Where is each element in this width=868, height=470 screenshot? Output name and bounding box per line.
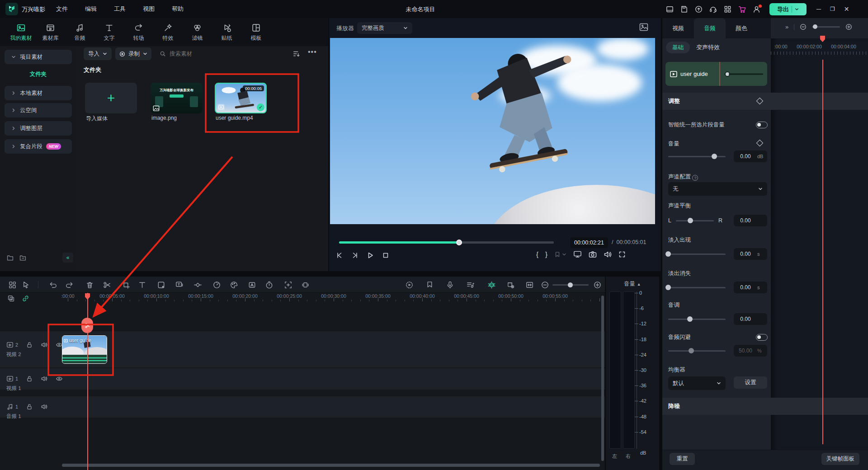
mark-in-button[interactable]: { [536,250,538,258]
minimize-button[interactable]: ─ [816,5,821,13]
media-tab-sticker[interactable]: 贴纸 [212,22,241,42]
import-button[interactable]: 导入 [84,47,112,60]
track-lock-icon[interactable] [26,341,33,348]
ducking-toggle[interactable] [756,334,768,341]
timeline-zoom-slider[interactable] [552,284,589,286]
pitch-value[interactable]: 0.00 [734,313,767,325]
save-icon[interactable] [680,5,689,14]
menu-item[interactable]: 工具 [111,3,128,15]
subtab-voice-effects[interactable]: 变声特效 [696,43,720,52]
channel-config-dropdown[interactable]: 无 [668,182,767,196]
timeline-clip[interactable]: user guide [62,335,107,364]
filter-icon[interactable] [292,50,301,58]
properties-tab[interactable]: 颜色 [726,18,757,38]
record-button[interactable]: 录制 [115,47,151,60]
subtab-basic[interactable]: 基础 [666,42,690,53]
split-scissors-icon[interactable] [103,281,111,289]
workspace-layout-icon[interactable] [665,5,674,14]
export-button[interactable]: 导出 [769,3,807,15]
smart-volume-toggle[interactable] [756,122,768,128]
sidebar-item[interactable]: 项目素材 [5,50,72,64]
media-tab-text[interactable]: 文字 [94,22,124,42]
timeline-hscrollbar[interactable] [62,464,600,467]
menu-item[interactable]: 文件 [53,3,71,15]
play-button[interactable] [366,251,374,259]
audio-mixer-icon[interactable] [466,281,475,289]
volume-value[interactable]: 0.00dB [734,150,767,162]
track-eye-icon[interactable] [56,341,63,348]
balance-value[interactable]: 0.00 [734,215,767,226]
volume-keyframe-icon[interactable] [756,140,764,147]
stop-button[interactable] [382,251,390,259]
track-band-video-1[interactable] [0,368,605,390]
snapshot-camera-icon[interactable] [589,251,597,258]
mark-out-button[interactable]: } [545,250,547,258]
lane-zoom-slider[interactable] [812,26,840,28]
new-folder-icon[interactable] [6,254,14,262]
preview-image-icon[interactable] [639,23,648,31]
fade-in-slider[interactable] [668,254,726,255]
media-tab-template[interactable]: 模板 [241,22,271,42]
quality-dropdown[interactable]: 完整画质 [357,22,412,34]
manage-tracks-icon[interactable] [7,295,15,302]
track-speaker-icon[interactable] [41,375,48,382]
clip-volume-slider[interactable] [724,73,763,75]
timer-icon[interactable] [265,281,274,289]
stabilize-icon[interactable] [301,281,310,289]
link-clips-icon[interactable] [22,295,29,302]
timeline-vscrollbar[interactable] [601,296,604,461]
sidebar-item[interactable]: 复合片段NEW [5,139,72,154]
mask-icon[interactable] [157,281,165,289]
maximize-button[interactable]: ❐ [830,6,835,12]
marker-flag-icon[interactable] [425,281,434,289]
playback-progress-bar[interactable] [339,241,554,244]
media-item-image[interactable]: 万兴喵影全球换新发布 [151,83,203,113]
media-tab-audio[interactable]: 音频 [65,22,94,42]
media-tab-effects[interactable]: 特效 [153,22,183,42]
text-recognition-icon[interactable] [248,281,256,289]
track-eye-icon[interactable] [56,375,63,382]
properties-tab[interactable]: 音频 [694,18,726,38]
mute-speaker-icon[interactable] [604,251,612,258]
track-band-audio-1[interactable] [0,396,605,418]
track-speaker-icon[interactable] [41,341,48,348]
timeline-playhead-pin[interactable] [85,293,90,300]
color-palette-icon[interactable] [230,281,238,289]
text-tool-icon[interactable] [138,281,146,289]
meter-title[interactable]: 音量 ▲ [606,280,659,288]
equalizer-dropdown[interactable]: 默认 [668,376,726,390]
volume-slider[interactable] [668,156,726,157]
keyframe-panel-button[interactable]: 关键帧面板 [821,453,859,465]
export-frame-icon[interactable] [506,281,515,289]
track-speaker-icon[interactable] [41,403,48,410]
progress-handle[interactable] [456,240,462,245]
search-field[interactable] [157,47,236,60]
lane-zoom-out-icon[interactable] [800,24,807,30]
lane-zoom-in-icon[interactable] [845,24,852,30]
more-options-icon[interactable]: ••• [308,48,317,56]
fade-out-value[interactable]: 0.00s [734,282,767,293]
delete-icon[interactable] [85,281,94,289]
select-cursor-icon[interactable] [22,281,30,289]
timeline-zoom-out-icon[interactable] [541,281,549,289]
fullscreen-icon[interactable] [618,251,626,258]
support-headset-icon[interactable] [709,5,717,14]
fade-out-slider[interactable] [668,287,726,288]
apps-grid-icon[interactable] [723,5,732,14]
collapse-sidebar-button[interactable]: « [62,253,73,263]
account-avatar-icon[interactable] [752,5,761,14]
sidebar-item-folder[interactable]: 文件夹 [0,69,76,80]
redo-icon[interactable] [65,281,74,289]
track-lock-icon[interactable] [26,403,33,410]
menu-item[interactable]: 视图 [140,3,157,15]
marker-button[interactable] [554,251,566,258]
text-to-speech-icon[interactable] [175,281,184,289]
import-media-tile[interactable]: + [85,83,137,113]
delete-folder-icon[interactable] [19,254,27,262]
search-input[interactable] [170,51,224,57]
pitch-slider[interactable] [668,319,726,320]
close-button[interactable]: ✕ [844,5,849,13]
voiceover-mic-icon[interactable] [446,281,454,289]
selected-clip-bar[interactable]: user guide [665,62,767,86]
fade-in-value[interactable]: 0.00s [734,248,767,260]
